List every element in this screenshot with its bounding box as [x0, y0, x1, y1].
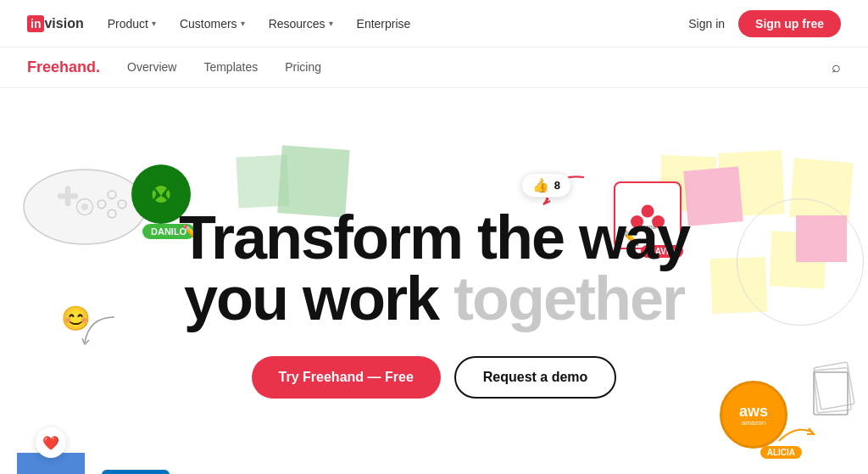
emoji-icon: 😊 [61, 304, 91, 332]
nav-customers[interactable]: Customers ▾ [180, 17, 245, 31]
pink-rect-decoration [796, 215, 847, 262]
sign-up-button[interactable]: Sign up free [738, 10, 841, 37]
sign-in-link[interactable]: Sign in [688, 17, 725, 31]
stacked-pages-icon [809, 360, 860, 423]
nav-resources[interactable]: Resources ▾ [269, 17, 333, 31]
like-count: 8 [554, 179, 560, 192]
request-demo-button[interactable]: Request a demo [454, 356, 617, 399]
hero-section: DANILO ✏️ 😊 👍 8 asana DAVID [0, 88, 868, 474]
secondary-nav-left: Freehand. Overview Templates Pricing [27, 59, 321, 76]
svg-rect-15 [814, 368, 851, 413]
alicia-label: ALICIA [760, 446, 802, 459]
freehand-logo[interactable]: Freehand. [27, 59, 100, 76]
amex-card: AM EX [102, 470, 170, 474]
search-icon[interactable]: ⌕ [832, 59, 841, 76]
chevron-down-icon: ▾ [152, 19, 156, 28]
thumbs-up-icon: 👍 [532, 177, 549, 193]
nav-product[interactable]: Product ▾ [108, 17, 156, 31]
chevron-down-icon: ▾ [241, 19, 245, 28]
invision-logo[interactable]: invision [27, 15, 84, 32]
logo-in: in [27, 15, 44, 32]
try-freehand-button[interactable]: Try Freehand — Free [252, 356, 441, 399]
chevron-down-icon: ▾ [329, 19, 333, 28]
hero-text-block: Transform the way you work together Try … [137, 207, 731, 399]
top-nav-left: invision Product ▾ Customers ▾ Resources… [27, 15, 410, 32]
svg-point-8 [81, 204, 88, 210]
gamepad-illustration [17, 156, 153, 261]
top-nav: invision Product ▾ Customers ▾ Resources… [0, 0, 868, 47]
hero-title-highlight: together [453, 265, 684, 332]
svg-rect-2 [65, 186, 70, 206]
secondary-nav: Freehand. Overview Templates Pricing ⌕ [0, 47, 868, 88]
nav-enterprise[interactable]: Enterprise [357, 17, 411, 31]
heart-icon: ❤️ [36, 427, 66, 458]
hero-buttons: Try Freehand — Free Request a demo [137, 356, 731, 399]
sec-nav-templates[interactable]: Templates [203, 60, 258, 75]
sec-nav-pricing[interactable]: Pricing [285, 60, 321, 75]
sec-nav-overview[interactable]: Overview [127, 60, 176, 75]
top-nav-right: Sign in Sign up free [688, 10, 841, 37]
hero-title: Transform the way you work together [137, 207, 731, 329]
logo-vision: vision [44, 16, 83, 31]
like-badge: 👍 8 [521, 173, 571, 198]
